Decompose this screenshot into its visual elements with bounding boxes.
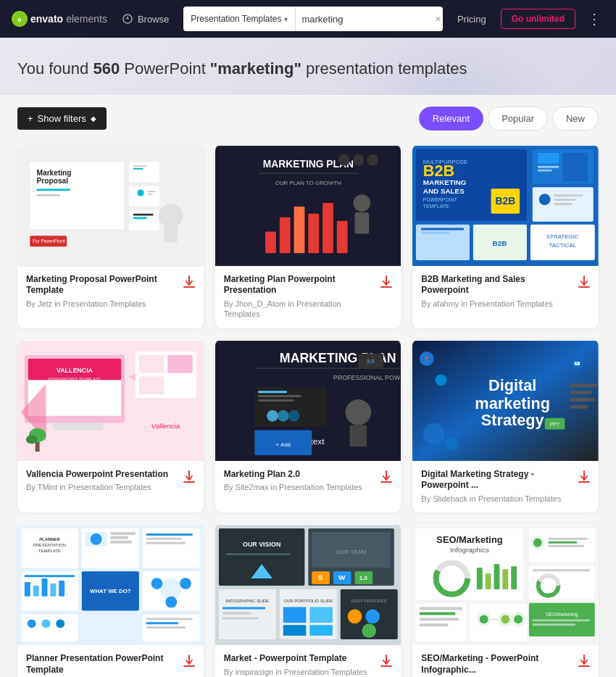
clear-search-button[interactable]: × — [429, 13, 442, 25]
pricing-link[interactable]: Pricing — [451, 14, 492, 25]
card-2-thumbnail: MARKETING PLAN OUR PLAN TO GROWTH — [215, 145, 401, 267]
card-5[interactable]: MARKETING PLAN PROFESSIONAL POWERPOINT T… — [215, 340, 401, 512]
svg-rect-220 — [420, 618, 459, 620]
card-2-title: Marketing Plan Powerpoint Presentation — [224, 274, 375, 296]
svg-rect-138 — [146, 542, 186, 544]
card-8[interactable]: OUR VISION OUR TEAM S W 1.0 INFOGR — [215, 524, 401, 677]
card-3-download-button[interactable] — [573, 274, 590, 291]
search-category-selector[interactable]: Presentation Templates ▾ — [183, 7, 296, 31]
svg-point-227 — [501, 615, 510, 624]
svg-rect-118 — [570, 391, 591, 394]
card-6[interactable]: 📍 📧 Digital marketing Strategy PPT — [412, 340, 599, 512]
svg-rect-160 — [146, 622, 178, 624]
svg-text:3.0: 3.0 — [366, 357, 375, 364]
svg-rect-81 — [139, 376, 165, 394]
svg-rect-77 — [53, 423, 103, 430]
thumb-svg-9: SEO/Marketing Infographics — [412, 524, 599, 646]
svg-text:PROFESSIONAL POWERPOINT TEMPLA: PROFESSIONAL POWERPOINT TEMPLATE — [333, 374, 401, 381]
browse-button[interactable]: Browse — [116, 11, 175, 28]
card-1[interactable]: Marketing Proposal For PowerPoint — [17, 145, 204, 328]
svg-point-57 — [539, 194, 551, 205]
sort-new-button[interactable]: New — [552, 107, 599, 130]
card-4-download-button[interactable] — [178, 469, 195, 486]
svg-point-224 — [480, 615, 488, 624]
download-icon — [183, 275, 195, 288]
card-7-info: Planner Presentation PowerPoint Template… — [17, 646, 204, 677]
svg-text:OUR PLAN TO GROWTH: OUR PLAN TO GROWTH — [275, 180, 341, 186]
svg-rect-142 — [33, 586, 39, 597]
svg-rect-19 — [129, 210, 159, 230]
svg-rect-120 — [570, 405, 588, 409]
svg-point-101 — [345, 399, 371, 425]
svg-rect-53 — [563, 153, 588, 181]
card-5-title: Marketing Plan 2.0 — [224, 469, 375, 481]
card-3[interactable]: MULTIPURPOSE B2B MARKETING AND SALES POW… — [412, 145, 599, 328]
svg-rect-206 — [549, 538, 588, 540]
card-3-title: B2B Marketing and Sales Powerpoint — [421, 274, 573, 296]
site-header: e envatoelements Browse Presentation Tem… — [0, 0, 616, 38]
svg-rect-143 — [42, 578, 48, 597]
card-7[interactable]: PLANNER PRESENTATION TEMPLATE — [17, 524, 204, 677]
logo-suffix: elements — [66, 13, 107, 25]
svg-rect-183 — [283, 607, 306, 623]
svg-rect-186 — [309, 625, 333, 636]
card-7-download-button[interactable] — [178, 653, 195, 670]
svg-text:POWERPOINT: POWERPOINT — [423, 197, 458, 202]
svg-rect-178 — [222, 607, 265, 610]
svg-text:TEMPLATE: TEMPLATE — [38, 549, 61, 553]
card-8-title: Market - Powerpoint Template — [224, 653, 375, 665]
card-1-info: Marketing Proposal PowerPoint Template B… — [17, 267, 204, 317]
svg-rect-59 — [554, 199, 576, 201]
show-filters-button[interactable]: + Show filters ◆ — [17, 107, 107, 130]
card-8-author: By inspirasign in Presentation Templates — [224, 667, 375, 677]
svg-text:INFOGRAPHIC SLIDE: INFOGRAPHIC SLIDE — [225, 599, 269, 603]
svg-rect-176 — [219, 589, 276, 639]
svg-point-154 — [28, 619, 36, 628]
download-icon — [183, 470, 195, 483]
card-4-title: Vallencia Powerpoint Presentation — [26, 469, 178, 481]
svg-text:For PowerPoint: For PowerPoint — [33, 238, 65, 244]
svg-rect-79 — [139, 354, 165, 373]
search-input[interactable] — [296, 7, 429, 31]
card-9-text: SEO/Marketing - PowerPoint Infographic..… — [421, 653, 573, 677]
sort-relevant-button[interactable]: Relevant — [419, 107, 483, 130]
svg-rect-13 — [133, 165, 147, 167]
svg-rect-132 — [110, 532, 136, 535]
svg-rect-201 — [503, 569, 509, 589]
card-9[interactable]: SEO/Marketing Infographics — [412, 524, 599, 677]
chevron-down-icon: ▾ — [284, 15, 288, 23]
svg-rect-25 — [164, 225, 178, 242]
card-2[interactable]: MARKETING PLAN OUR PLAN TO GROWTH — [215, 145, 401, 328]
svg-rect-55 — [538, 169, 552, 171]
more-options-button[interactable]: ⋮ — [584, 10, 604, 28]
card-4[interactable]: VALLENCIA POWERPOINT TEMPLATE Vallencia — [17, 340, 204, 512]
svg-marker-3 — [126, 16, 129, 20]
svg-rect-102 — [349, 425, 367, 447]
card-5-download-button[interactable] — [375, 469, 392, 486]
svg-point-191 — [362, 623, 376, 638]
svg-point-40 — [367, 154, 378, 166]
card-6-download-button[interactable] — [573, 469, 590, 486]
card-8-download-button[interactable] — [375, 653, 392, 670]
svg-rect-215 — [533, 619, 590, 621]
logo[interactable]: e envatoelements — [12, 11, 107, 27]
go-unlimited-button[interactable]: Go unlimited — [501, 9, 575, 29]
card-8-thumbnail: OUR VISION OUR TEAM S W 1.0 INFOGR — [215, 524, 401, 646]
sort-popular-button[interactable]: Popular — [488, 107, 548, 130]
results-toolbar: + Show filters ◆ Relevant Popular New — [0, 95, 616, 139]
card-5-author: By Site2max in Presentation Templates — [224, 482, 375, 492]
search-bar: Presentation Templates ▾ × — [183, 7, 443, 31]
svg-point-36 — [353, 194, 370, 212]
svg-rect-82 — [167, 376, 193, 394]
svg-text:PLANNER: PLANNER — [39, 537, 60, 541]
svg-text:VALLENCIA: VALLENCIA — [57, 367, 93, 374]
svg-rect-200 — [494, 564, 500, 589]
svg-rect-221 — [420, 623, 448, 626]
svg-point-109 — [436, 374, 447, 386]
card-2-download-button[interactable] — [375, 274, 392, 291]
card-9-download-button[interactable] — [573, 653, 590, 670]
card-1-download-button[interactable] — [178, 274, 195, 291]
svg-rect-32 — [294, 207, 304, 253]
sort-group: Relevant Popular New — [419, 107, 599, 130]
svg-rect-184 — [309, 607, 333, 623]
